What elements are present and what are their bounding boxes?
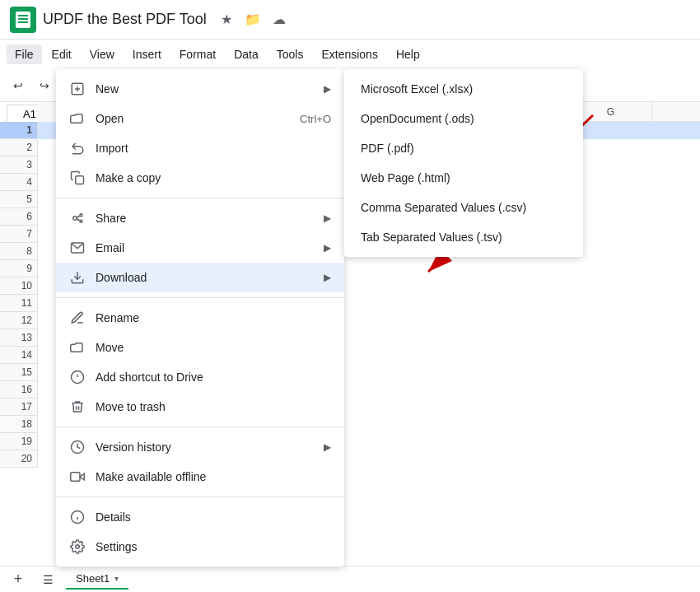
- menu-item-add-shortcut[interactable]: Add shortcut to Drive: [56, 362, 344, 392]
- row-num-15: 15: [0, 364, 37, 381]
- add-sheet-button[interactable]: +: [7, 568, 30, 591]
- svg-rect-5: [76, 176, 84, 184]
- menu-view[interactable]: View: [82, 44, 123, 64]
- download-label: Download: [96, 271, 314, 284]
- row-num-18: 18: [0, 416, 37, 433]
- make-copy-label: Make a copy: [96, 171, 331, 184]
- row-num-7: 7: [0, 226, 37, 243]
- menu-item-rename[interactable]: Rename: [56, 303, 344, 333]
- row-num-11: 11: [0, 295, 37, 312]
- svg-point-8: [80, 220, 82, 222]
- download-submenu: Microsoft Excel (.xlsx) OpenDocument (.o…: [344, 69, 583, 257]
- separator-1: [56, 198, 344, 198]
- download-icon: [69, 269, 86, 286]
- share-label: Share: [96, 212, 314, 225]
- menu-bar: File Edit View Insert Format Data Tools …: [0, 40, 700, 69]
- menu-item-available-offline[interactable]: Make available offline: [56, 462, 344, 492]
- offline-label: Make available offline: [96, 470, 331, 483]
- svg-line-10: [77, 219, 80, 221]
- new-arrow-icon: ▶: [324, 83, 331, 95]
- download-arrow-icon: ▶: [324, 272, 331, 283]
- move-icon: [69, 339, 86, 356]
- menu-extensions[interactable]: Extensions: [313, 44, 385, 64]
- row-num-13: 13: [0, 329, 37, 347]
- email-arrow-icon: ▶: [324, 242, 331, 254]
- menu-item-move[interactable]: Move: [56, 333, 344, 362]
- new-icon: [69, 81, 86, 97]
- open-label: Open: [96, 112, 290, 125]
- import-label: Import: [96, 142, 331, 155]
- row-num-2: 2: [0, 139, 37, 156]
- version-arrow-icon: ▶: [324, 441, 331, 453]
- sheet-menu-button[interactable]: ☰: [36, 568, 59, 591]
- row-numbers: 1 2 3 4 5 6 7 8 9 10 11 12 13 14 15 16 1…: [0, 122, 38, 468]
- rename-label: Rename: [96, 311, 331, 324]
- bottom-bar: + ☰ Sheet1 ▾: [0, 566, 700, 592]
- menu-item-download[interactable]: Download ▶: [56, 263, 344, 292]
- sheet-tab-1[interactable]: Sheet1 ▾: [66, 569, 128, 590]
- row-num-12: 12: [0, 312, 37, 329]
- history-icon: [69, 439, 86, 455]
- download-ods[interactable]: OpenDocument (.ods): [344, 104, 583, 133]
- menu-file[interactable]: File: [7, 44, 42, 64]
- menu-edit[interactable]: Edit: [44, 44, 80, 64]
- file-menu: New ▶ Open Ctrl+O Import Make a copy Sha…: [56, 69, 344, 566]
- menu-item-email[interactable]: Email ▶: [56, 233, 344, 263]
- row-num-14: 14: [0, 347, 37, 364]
- move-trash-label: Move to trash: [96, 400, 331, 413]
- menu-item-details[interactable]: Details: [56, 502, 344, 532]
- cloud-icon[interactable]: ☁: [269, 10, 289, 30]
- svg-line-9: [77, 216, 80, 217]
- document-title: UPDF the Best PDF Tool: [43, 11, 207, 28]
- redo-button[interactable]: ↪: [33, 74, 56, 97]
- svg-point-21: [76, 545, 80, 549]
- menu-item-share[interactable]: Share ▶: [56, 203, 344, 233]
- download-tsv[interactable]: Tab Separated Values (.tsv): [344, 222, 583, 252]
- separator-4: [56, 496, 344, 497]
- sheet-tab-name: Sheet1: [76, 572, 110, 585]
- folder-icon[interactable]: 📁: [243, 10, 263, 30]
- open-icon: [69, 110, 86, 127]
- row-num-10: 10: [0, 277, 37, 295]
- menu-item-move-trash[interactable]: Move to trash: [56, 392, 344, 422]
- shortcut-icon: [69, 369, 86, 385]
- download-csv[interactable]: Comma Separated Values (.csv): [344, 193, 583, 222]
- details-label: Details: [96, 510, 331, 524]
- menu-data[interactable]: Data: [226, 44, 267, 64]
- menu-item-open[interactable]: Open Ctrl+O: [56, 104, 344, 133]
- offline-icon: [69, 468, 86, 485]
- menu-item-import[interactable]: Import: [56, 133, 344, 163]
- row-num-1: 1: [0, 122, 37, 139]
- row-num-20: 20: [0, 450, 37, 468]
- menu-tools[interactable]: Tools: [268, 44, 312, 64]
- import-icon: [69, 140, 86, 156]
- svg-point-6: [73, 217, 77, 221]
- star-icon[interactable]: ★: [217, 10, 236, 30]
- email-icon: [69, 240, 86, 256]
- share-icon: [69, 210, 86, 226]
- separator-3: [56, 427, 344, 427]
- share-arrow-icon: ▶: [324, 212, 331, 224]
- menu-item-version-history[interactable]: Version history ▶: [56, 432, 344, 462]
- settings-label: Settings: [96, 540, 331, 553]
- menu-item-new[interactable]: New ▶: [56, 74, 344, 104]
- row-num-6: 6: [0, 208, 37, 226]
- row-num-17: 17: [0, 399, 37, 416]
- row-num-19: 19: [0, 433, 37, 450]
- download-html[interactable]: Web Page (.html): [344, 163, 583, 193]
- menu-insert[interactable]: Insert: [124, 44, 170, 64]
- menu-item-make-copy[interactable]: Make a copy: [56, 163, 344, 193]
- download-xlsx[interactable]: Microsoft Excel (.xlsx): [344, 74, 583, 104]
- menu-help[interactable]: Help: [388, 44, 428, 64]
- copy-icon: [69, 170, 86, 186]
- version-history-label: Version history: [96, 441, 314, 454]
- details-icon: [69, 509, 86, 525]
- menu-format[interactable]: Format: [171, 44, 224, 64]
- tab-chevron-icon: ▾: [114, 574, 119, 583]
- download-pdf[interactable]: PDF (.pdf): [344, 133, 583, 163]
- rename-icon: [69, 310, 86, 326]
- menu-item-settings[interactable]: Settings: [56, 532, 344, 562]
- row-num-3: 3: [0, 156, 37, 174]
- email-label: Email: [96, 241, 314, 254]
- undo-button[interactable]: ↩: [7, 74, 30, 97]
